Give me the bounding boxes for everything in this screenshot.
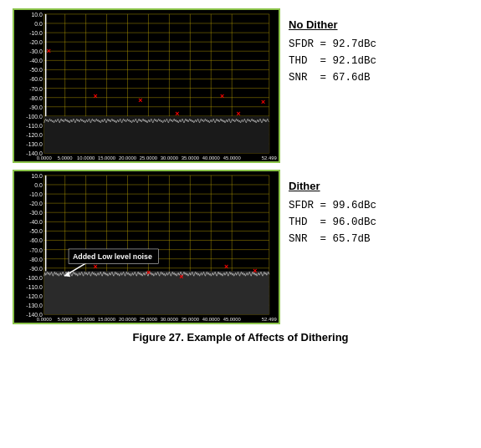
svg-text:0.0000: 0.0000 xyxy=(37,155,53,160)
svg-text:-10.0: -10.0 xyxy=(29,30,43,36)
svg-text:×: × xyxy=(179,272,183,281)
svg-text:0.0: 0.0 xyxy=(34,182,43,188)
svg-text:-80.0: -80.0 xyxy=(29,257,43,262)
svg-text:-90.0: -90.0 xyxy=(29,266,43,272)
dither-sfdr: SFDR = 99.6dBc xyxy=(289,197,468,214)
no-dither-sfdr: SFDR = 92.7dBc xyxy=(289,36,468,53)
no-dither-thd: THD = 92.1dBc xyxy=(289,53,468,69)
svg-text:×: × xyxy=(47,47,51,55)
svg-text:-90.0: -90.0 xyxy=(29,104,43,110)
no-dither-stats: No Dither SFDR = 92.7dBc THD = 92.1dBc S… xyxy=(289,8,468,86)
svg-text:-40.0: -40.0 xyxy=(29,58,43,64)
svg-text:10.0000: 10.0000 xyxy=(77,155,95,160)
svg-text:×: × xyxy=(93,262,97,271)
svg-text:-110.0: -110.0 xyxy=(26,123,43,129)
dither-title: Dither xyxy=(289,178,468,196)
svg-text:-130.0: -130.0 xyxy=(26,141,43,147)
svg-text:-50.0: -50.0 xyxy=(29,67,43,73)
svg-text:30.0000: 30.0000 xyxy=(161,317,179,322)
svg-rect-119 xyxy=(44,271,269,314)
svg-text:30.0000: 30.0000 xyxy=(161,155,179,160)
svg-text:0.0000: 0.0000 xyxy=(37,317,53,322)
svg-text:35.0000: 35.0000 xyxy=(182,155,200,160)
svg-text:25.0000: 25.0000 xyxy=(140,155,158,160)
svg-text:15.0000: 15.0000 xyxy=(98,155,116,160)
svg-text:×: × xyxy=(237,109,241,118)
svg-text:-20.0: -20.0 xyxy=(29,39,43,45)
no-dither-snr: SNR = 67.6dB xyxy=(289,69,468,86)
figure-caption: Figure 27. Example of Affects of Ditheri… xyxy=(132,331,348,344)
svg-text:-120.0: -120.0 xyxy=(26,132,43,138)
svg-text:35.0000: 35.0000 xyxy=(182,317,200,322)
no-dither-row: 10.0 0.0 -10.0 -20.0 -30.0 -40.0 -50.0 -… xyxy=(13,8,468,163)
svg-text:-70.0: -70.0 xyxy=(29,247,43,253)
svg-text:-130.0: -130.0 xyxy=(26,303,43,308)
svg-text:10.0: 10.0 xyxy=(31,173,42,179)
svg-text:15.0000: 15.0000 xyxy=(98,317,116,322)
svg-text:×: × xyxy=(93,92,97,100)
svg-text:25.0000: 25.0000 xyxy=(140,317,158,322)
no-dither-chart: 10.0 0.0 -10.0 -20.0 -30.0 -40.0 -50.0 -… xyxy=(13,8,280,163)
svg-text:45.0000: 45.0000 xyxy=(223,155,242,160)
svg-text:-110.0: -110.0 xyxy=(26,284,43,290)
svg-text:0.0: 0.0 xyxy=(34,21,43,27)
charts-container: 10.0 0.0 -10.0 -20.0 -30.0 -40.0 -50.0 -… xyxy=(13,8,468,324)
svg-text:-100.0: -100.0 xyxy=(26,275,43,281)
svg-text:-60.0: -60.0 xyxy=(29,237,43,243)
svg-text:10.0000: 10.0000 xyxy=(77,317,95,322)
svg-text:×: × xyxy=(253,267,257,275)
svg-text:-60.0: -60.0 xyxy=(29,76,43,82)
svg-text:-20.0: -20.0 xyxy=(29,201,43,206)
svg-text:-30.0: -30.0 xyxy=(29,48,43,54)
svg-text:5.0000: 5.0000 xyxy=(58,155,74,160)
dither-snr: SNR = 65.7dB xyxy=(289,231,468,247)
dither-stats: Dither SFDR = 99.6dBc THD = 96.0dBc SNR … xyxy=(289,170,468,247)
svg-text:Added Low level noise: Added Low level noise xyxy=(73,252,152,261)
svg-text:45.0000: 45.0000 xyxy=(223,317,242,322)
svg-text:40.0000: 40.0000 xyxy=(202,155,221,160)
svg-text:×: × xyxy=(146,268,151,277)
svg-text:-120.0: -120.0 xyxy=(26,293,43,299)
svg-text:-100.0: -100.0 xyxy=(26,114,43,120)
svg-text:×: × xyxy=(261,98,265,106)
svg-text:-70.0: -70.0 xyxy=(29,86,43,92)
dither-thd: THD = 96.0dBc xyxy=(289,214,468,231)
svg-text:52.499: 52.499 xyxy=(262,317,277,322)
svg-text:20.0000: 20.0000 xyxy=(119,155,137,160)
svg-text:10.0: 10.0 xyxy=(31,12,42,18)
svg-text:-10.0: -10.0 xyxy=(29,191,43,197)
dither-chart: 10.0 0.0 -10.0 -20.0 -30.0 -40.0 -50.0 -… xyxy=(13,170,280,324)
svg-text:-50.0: -50.0 xyxy=(29,228,43,234)
svg-text:40.0000: 40.0000 xyxy=(202,317,221,322)
svg-text:20.0000: 20.0000 xyxy=(119,317,137,322)
svg-text:52.499: 52.499 xyxy=(262,155,277,160)
svg-text:×: × xyxy=(220,92,224,100)
svg-text:×: × xyxy=(175,109,179,118)
svg-text:-40.0: -40.0 xyxy=(29,219,43,225)
svg-text:5.0000: 5.0000 xyxy=(58,317,74,322)
dither-row: 10.0 0.0 -10.0 -20.0 -30.0 -40.0 -50.0 -… xyxy=(13,170,468,324)
svg-text:-80.0: -80.0 xyxy=(29,95,43,101)
svg-text:×: × xyxy=(138,96,142,104)
svg-text:-30.0: -30.0 xyxy=(29,210,43,216)
svg-text:×: × xyxy=(224,262,228,271)
no-dither-title: No Dither xyxy=(289,17,468,34)
